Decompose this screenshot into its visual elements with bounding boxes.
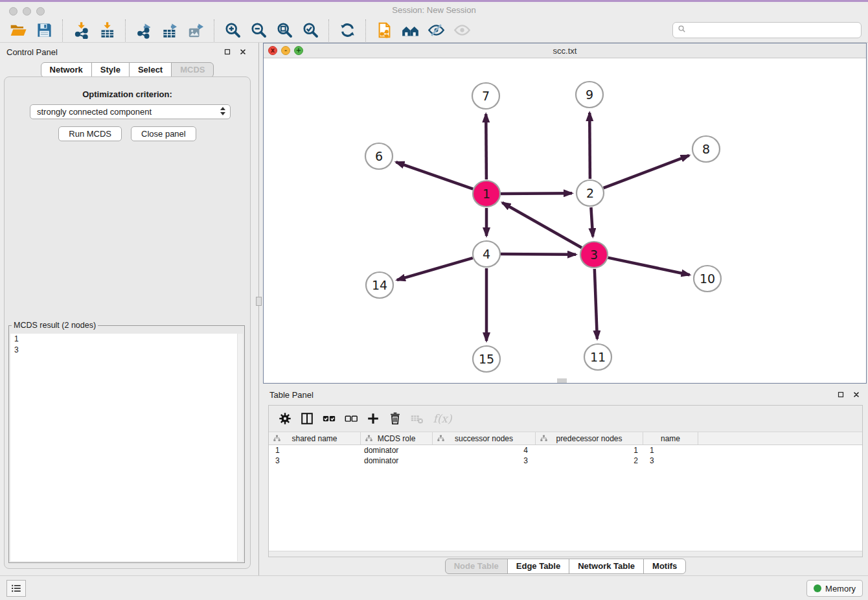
graph-edge-3-11[interactable]	[595, 269, 597, 339]
graph-edge-2-8[interactable]	[604, 156, 689, 188]
graph-edge-1-7[interactable]	[486, 114, 486, 179]
table-cell[interactable]: 1	[536, 445, 643, 456]
graph-node-10[interactable]: 10	[694, 266, 721, 292]
graph-node-7[interactable]: 7	[472, 83, 499, 109]
graph-edge-2-9[interactable]	[589, 113, 590, 179]
zoom-in-button[interactable]	[222, 19, 244, 41]
frame-close-button[interactable]: x	[268, 46, 277, 55]
graph-edge-4-3[interactable]	[501, 254, 576, 255]
graph-node-3[interactable]: 3	[580, 242, 608, 268]
graph-node-1[interactable]: 1	[473, 181, 500, 207]
graph-node-2[interactable]: 2	[577, 180, 604, 206]
memory-button[interactable]: Memory	[806, 580, 863, 597]
graph-node-8[interactable]: 8	[692, 136, 720, 162]
panel-splitter[interactable]	[255, 43, 263, 575]
table-cell[interactable]: 2	[536, 456, 643, 466]
close-table-panel-icon[interactable]	[851, 389, 862, 400]
table-tab-edge-table[interactable]: Edge Table	[507, 559, 569, 574]
network-frame-titlebar[interactable]: x-+ scc.txt	[264, 43, 866, 58]
frame-maximize-button[interactable]: +	[294, 46, 303, 55]
graph-edge-2-3[interactable]	[591, 207, 593, 237]
graph-node-14[interactable]: 14	[366, 272, 393, 298]
column-header-name[interactable]: name	[643, 432, 698, 444]
graph-edge-4-14[interactable]	[397, 258, 473, 280]
delete-table-button	[407, 409, 427, 428]
create-column-button[interactable]	[363, 409, 383, 428]
maximize-window-button[interactable]	[36, 7, 45, 16]
table-settings-button[interactable]	[275, 409, 295, 428]
table-cell[interactable]: 3	[433, 456, 536, 466]
table-cell[interactable]: dominator	[361, 445, 433, 456]
table-tab-node-table[interactable]: Node Table	[445, 559, 508, 574]
table-toolbar: f(x)	[269, 406, 862, 432]
graph-node-11[interactable]: 11	[584, 344, 611, 370]
clone-network-button[interactable]	[373, 19, 395, 41]
open-session-button[interactable]	[7, 19, 29, 41]
tab-style[interactable]: Style	[91, 62, 130, 78]
close-window-button[interactable]	[9, 7, 17, 16]
export-network-button[interactable]	[133, 19, 155, 41]
tab-mcds[interactable]: MCDS	[171, 62, 214, 78]
toggle-columns-button[interactable]	[297, 409, 317, 428]
search-field[interactable]	[672, 22, 862, 38]
result-scrollbar[interactable]	[237, 334, 243, 561]
table-cell[interactable]: 4	[433, 445, 536, 456]
deselect-all-rows-button[interactable]	[341, 409, 361, 428]
minimize-window-button[interactable]	[23, 7, 31, 16]
table-cell[interactable]: 1	[643, 445, 698, 456]
refresh-view-button[interactable]	[336, 19, 358, 41]
frame-minimize-button[interactable]: -	[281, 46, 290, 55]
criterion-select[interactable]: strongly connected component	[30, 104, 231, 119]
graphics-details-button[interactable]	[425, 19, 447, 41]
run-mcds-button[interactable]: Run MCDS	[58, 126, 122, 141]
table-tab-network-table[interactable]: Network Table	[569, 559, 644, 574]
network-canvas[interactable]: 1234678910111415	[264, 58, 866, 383]
table-cell[interactable]: 3	[643, 456, 698, 466]
canvas-splitter-grip[interactable]	[557, 378, 567, 383]
table-cell[interactable]: 3	[269, 456, 361, 466]
task-history-button[interactable]	[6, 580, 26, 597]
first-neighbors-button[interactable]	[399, 19, 421, 41]
zoom-out-button[interactable]	[247, 19, 269, 41]
table-row[interactable]: 1dominator411	[269, 445, 862, 456]
column-header-successor-nodes[interactable]: successor nodes	[433, 432, 536, 444]
graph-edge-1-2[interactable]	[501, 193, 572, 194]
table-horizontal-scrollbar[interactable]	[269, 551, 862, 557]
table-row[interactable]: 3dominator323	[269, 456, 862, 466]
graph-node-9[interactable]: 9	[576, 82, 603, 108]
close-panel-button[interactable]: Close panel	[131, 126, 196, 141]
float-table-panel-icon[interactable]	[836, 389, 846, 400]
column-header-shared-name[interactable]: shared name	[269, 432, 361, 444]
mcds-result-textarea[interactable]: 13	[10, 334, 243, 561]
graph-edge-1-6[interactable]	[396, 162, 473, 189]
import-table-button[interactable]	[96, 19, 118, 41]
export-image-button[interactable]	[185, 19, 207, 41]
table-cell[interactable]: 1	[269, 445, 361, 456]
table-cell[interactable]: dominator	[361, 456, 433, 466]
delete-columns-button[interactable]	[385, 409, 405, 428]
graph-node-6[interactable]: 6	[365, 143, 393, 169]
select-all-rows-button[interactable]	[319, 409, 339, 428]
svg-text:3: 3	[590, 248, 598, 262]
graph-node-4[interactable]: 4	[473, 241, 500, 267]
graph-edge-3-10[interactable]	[608, 258, 690, 275]
graph-edge-3-1[interactable]	[502, 203, 582, 248]
column-header-mcds-role[interactable]: MCDS role	[361, 432, 433, 444]
table-tab-motifs[interactable]: Motifs	[643, 559, 686, 574]
search-input[interactable]	[687, 24, 861, 37]
export-table-button[interactable]	[159, 19, 181, 41]
save-session-button[interactable]	[33, 19, 55, 41]
import-network-button[interactable]	[70, 19, 92, 41]
tab-select[interactable]: Select	[129, 62, 172, 78]
window-titlebar[interactable]: Session: New Session	[0, 2, 868, 18]
tab-network[interactable]: Network	[41, 62, 92, 78]
zoom-fit-button[interactable]	[273, 19, 295, 41]
splitter-grip[interactable]	[256, 297, 262, 306]
svg-text:1: 1	[483, 187, 490, 201]
zoom-selected-button[interactable]	[299, 19, 321, 41]
network-graph[interactable]: 1234678910111415	[264, 58, 866, 383]
close-panel-icon[interactable]	[238, 47, 248, 57]
graph-node-15[interactable]: 15	[473, 346, 500, 372]
column-header-predecessor-nodes[interactable]: predecessor nodes	[536, 432, 643, 444]
float-panel-icon[interactable]	[222, 47, 233, 57]
